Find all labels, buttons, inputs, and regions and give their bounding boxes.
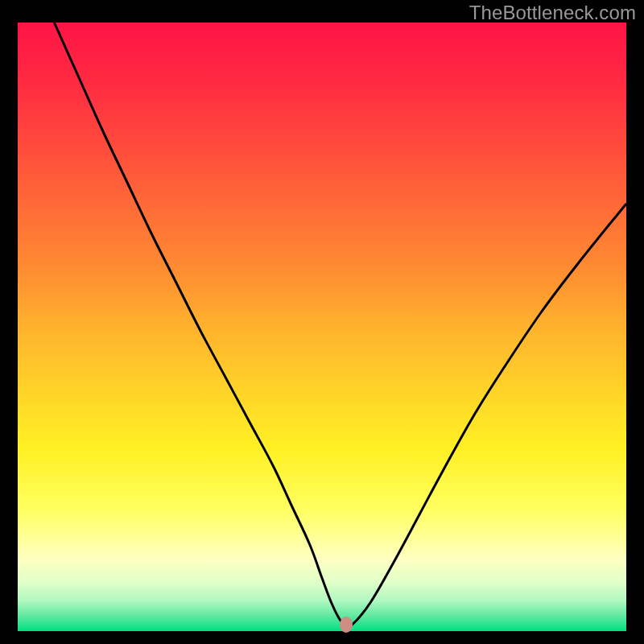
curve-layer	[18, 23, 626, 626]
chart-frame: TheBottleneck.com	[0, 0, 644, 644]
bottleneck-curve	[54, 23, 626, 626]
watermark-text: TheBottleneck.com	[469, 2, 636, 24]
optimal-point-marker	[340, 617, 353, 633]
plot-area	[18, 23, 626, 626]
